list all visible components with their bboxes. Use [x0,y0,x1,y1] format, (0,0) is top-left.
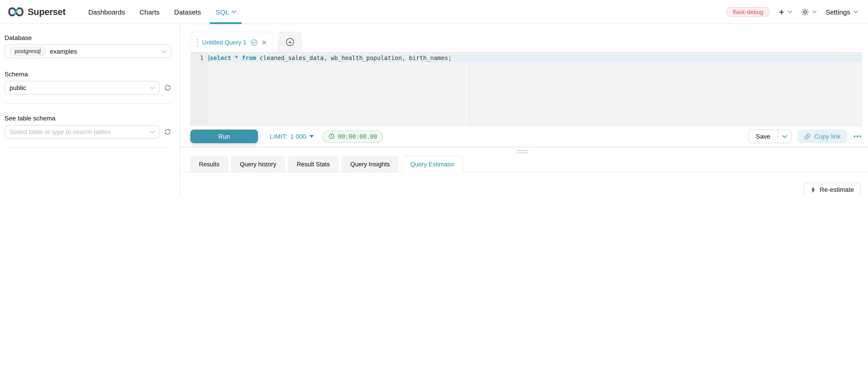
new-query-tab-button[interactable]: + [278,32,303,52]
nav-item-label: Dashboards [88,8,125,16]
tab-query-insights[interactable]: Query Insights [342,156,398,172]
chevron-down-icon [854,10,858,13]
close-icon[interactable]: ✕ [261,39,267,46]
copy-link-label: Copy link [814,133,840,140]
caret-down-icon [309,135,314,138]
nav-item-label: Charts [140,8,159,16]
nav-item-sql[interactable]: SQL [208,0,244,24]
check-circle-icon [250,39,257,46]
save-split-button: Save [748,129,792,143]
copy-link-button[interactable]: Copy link [798,129,847,143]
chevron-down-icon [150,130,155,133]
sqllab-main: Untitled Query 1 ✕ + 1 select * from cle… [180,24,868,195]
new-dropdown[interactable]: + [779,7,792,17]
active-code-line[interactable]: select * from cleaned_sales_data, wb_hea… [208,54,862,62]
schema-value: public [9,84,26,91]
database-engine-tag: postgresql [9,47,45,56]
limit-value: 1 000 [290,133,306,140]
superset-logo-icon [8,7,24,17]
line-number: 1 [190,54,204,62]
editor-code-area[interactable]: select * from cleaned_sales_data, wb_hea… [208,53,862,125]
refresh-schemas-button[interactable] [164,84,171,91]
chevron-down-icon [782,135,787,138]
sql-token: cleaned_sales_data, wb_health_population… [256,55,452,61]
query-timer: 00:00:00.00 [322,130,383,143]
splitter-handle-icon[interactable] [517,150,528,154]
save-options-button[interactable] [778,130,791,143]
nav-item-charts[interactable]: Charts [132,0,167,24]
main-nav: DashboardsChartsDatasetsSQL [81,0,244,24]
query-tabstrip: Untitled Query 1 ✕ + [180,24,868,52]
query-tab[interactable]: Untitled Query 1 ✕ [190,32,273,52]
chevron-down-icon [150,86,155,89]
plus-icon: + [779,7,784,17]
sql-statement: select * from cleaned_sales_data, wb_hea… [210,54,452,62]
reestimate-button[interactable]: Re-estimate [803,183,861,195]
tab-result-stats[interactable]: Result Stats [288,156,339,172]
run-button[interactable]: Run [190,129,258,143]
chevron-down-icon [161,50,166,53]
top-navbar: Superset DashboardsChartsDatasetsSQL fla… [0,0,868,24]
refresh-tables-button[interactable] [164,128,171,136]
pane-splitter[interactable] [180,147,868,156]
database-value: examples [50,48,77,55]
more-actions-button[interactable] [853,134,862,139]
schema-select[interactable]: public [4,81,160,94]
database-select[interactable]: postgresql examples [4,44,171,58]
tab-results[interactable]: Results [190,156,228,172]
database-label: Database [4,34,171,41]
nav-item-label: Datasets [174,8,201,16]
query-estimator-panel: Re-estimate RESOURCE IMPACT Critical MET… [180,172,868,195]
sql-token: select [210,55,231,61]
settings-menu[interactable]: Settings [826,8,858,16]
chevron-down-icon [787,10,792,13]
chevron-down-icon [812,10,817,13]
navbar-right: flask-debug + Settings [726,7,858,17]
brand-name: Superset [28,7,65,17]
tab-query-estimator[interactable]: Query Estimator [402,156,463,172]
tab-query-history[interactable]: Query history [231,156,285,172]
print-margin-line [470,53,470,125]
chevron-down-icon [232,10,237,13]
superset-logo[interactable]: Superset [8,7,65,17]
query-tab-title: Untitled Query 1 [202,39,246,46]
table-select-placeholder: Select table or type to search tables [9,128,111,136]
environment-badge: flask-debug [726,7,770,17]
bolt-icon [810,186,816,193]
sql-token: * [231,55,242,61]
editor-toolbar: Run LIMIT: 1 000 00:00:00.00 Save [180,126,868,147]
drag-handle-icon[interactable] [197,39,198,46]
result-tabs: ResultsQuery historyResult StatsQuery In… [180,156,868,172]
schema-label: Schema [4,70,171,78]
table-schema-label: See table schema [4,115,171,122]
sqllab-sidebar: Database postgresql examples Schema publ… [0,24,180,195]
nav-item-datasets[interactable]: Datasets [167,0,208,24]
settings-label: Settings [826,8,850,16]
refresh-icon [164,84,171,91]
nav-item-dashboards[interactable]: Dashboards [81,0,132,24]
text-cursor [209,55,209,61]
save-button[interactable]: Save [748,130,778,143]
nav-item-label: SQL [216,8,229,16]
table-select[interactable]: Select table or type to search tables [4,125,160,139]
limit-dropdown[interactable]: LIMIT: 1 000 [270,133,314,140]
plus-circle-icon: + [286,38,294,46]
clock-icon [329,133,335,140]
toolbar-right: Save Copy link [748,129,862,143]
sql-editor[interactable]: 1 select * from cleaned_sales_data, wb_h… [190,52,862,126]
limit-label: LIMIT: [270,133,287,140]
link-icon [804,133,811,140]
reestimate-label: Re-estimate [819,186,854,193]
timer-value: 00:00:00.00 [338,133,377,140]
theme-dropdown[interactable] [801,8,817,16]
sidebar-divider [4,103,171,103]
editor-gutter: 1 [190,53,208,125]
sql-token: from [242,55,256,61]
sidebar-divider [4,147,171,148]
sun-icon [801,8,809,16]
refresh-icon [164,128,171,136]
sql-lab-page: Superset DashboardsChartsDatasetsSQL fla… [0,0,868,195]
